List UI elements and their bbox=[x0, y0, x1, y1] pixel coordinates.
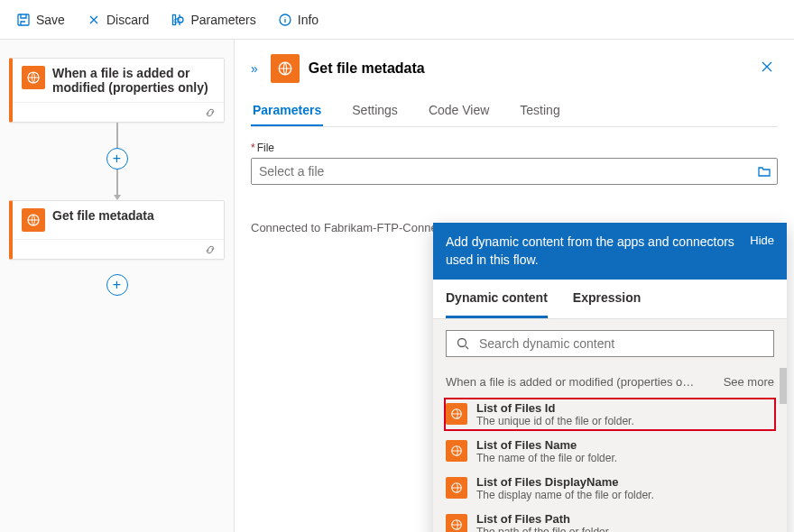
add-step-button-1[interactable]: + bbox=[106, 148, 128, 170]
parameters-label: Parameters bbox=[190, 13, 255, 27]
dyn-item-desc: The display name of the file or folder. bbox=[476, 489, 654, 501]
trigger-card[interactable]: When a file is added or modified (proper… bbox=[9, 58, 225, 123]
ftp-icon bbox=[446, 403, 467, 425]
scrollbar-thumb[interactable] bbox=[780, 368, 787, 404]
dynamic-item-list-of-files-name[interactable]: List of Files Name The name of the file … bbox=[433, 433, 787, 470]
discard-button[interactable]: Discard bbox=[78, 7, 158, 32]
discard-label: Discard bbox=[106, 13, 149, 27]
tab-settings[interactable]: Settings bbox=[350, 96, 400, 126]
link-icon bbox=[204, 106, 217, 119]
dynamic-item-list-of-files-displayname[interactable]: List of Files DisplayName The display na… bbox=[433, 470, 787, 507]
dyn-item-desc: The unique id of the file or folder. bbox=[476, 415, 634, 427]
see-more-button[interactable]: See more bbox=[724, 375, 774, 389]
ftp-icon bbox=[271, 54, 300, 83]
dynamic-section-title: When a file is added or modified (proper… bbox=[446, 375, 694, 389]
panel-title: Get file metadata bbox=[309, 60, 747, 77]
file-field-label: *File bbox=[251, 142, 778, 154]
file-input[interactable] bbox=[252, 159, 757, 184]
panel-tabs: Parameters Settings Code View Testing bbox=[251, 96, 778, 127]
tab-dynamic-content[interactable]: Dynamic content bbox=[446, 280, 548, 318]
dynamic-content-flyout: Add dynamic content from the apps and co… bbox=[433, 223, 787, 532]
tab-parameters[interactable]: Parameters bbox=[251, 96, 323, 126]
save-label: Save bbox=[36, 13, 65, 27]
add-step-button-2[interactable]: + bbox=[106, 274, 128, 296]
tab-codeview[interactable]: Code View bbox=[427, 96, 491, 126]
close-panel-button[interactable] bbox=[756, 56, 778, 82]
link-icon bbox=[204, 243, 217, 256]
workflow-canvas: When a file is added or modified (proper… bbox=[0, 40, 235, 532]
dyn-item-desc: The path of the file or folder. bbox=[476, 526, 611, 532]
svg-point-7 bbox=[458, 339, 466, 347]
dyn-item-title: List of Files Id bbox=[476, 401, 634, 415]
parameters-icon: @ bbox=[171, 13, 185, 27]
ftp-icon bbox=[446, 514, 467, 532]
svg-text:@: @ bbox=[173, 16, 180, 24]
save-button[interactable]: Save bbox=[7, 7, 74, 32]
ftp-icon bbox=[22, 208, 45, 232]
dynamic-item-list-of-files-id[interactable]: List of Files Id The unique id of the fi… bbox=[444, 398, 776, 431]
dyn-item-desc: The name of the file or folder. bbox=[476, 452, 617, 464]
dynamic-content-search-input[interactable] bbox=[479, 336, 764, 351]
trigger-title: When a file is added or modified (proper… bbox=[52, 66, 215, 95]
info-label: Info bbox=[298, 13, 319, 27]
action-title: Get file metadata bbox=[52, 208, 154, 223]
toolbar: Save Discard @ Parameters Info bbox=[0, 0, 794, 40]
detail-panel: » Get file metadata Parameters Settings … bbox=[235, 40, 794, 532]
collapse-panel-button[interactable]: » bbox=[251, 61, 258, 76]
ftp-icon bbox=[22, 66, 45, 89]
hide-dynamic-content-button[interactable]: Hide bbox=[750, 234, 774, 247]
dyn-item-title: List of Files DisplayName bbox=[476, 475, 654, 489]
info-icon bbox=[278, 13, 292, 27]
file-field[interactable] bbox=[251, 158, 778, 185]
dyn-item-title: List of Files Name bbox=[476, 438, 617, 452]
save-icon bbox=[16, 13, 31, 27]
dynamic-content-header: Add dynamic content from the apps and co… bbox=[446, 234, 741, 269]
info-button[interactable]: Info bbox=[269, 7, 328, 32]
tab-expression[interactable]: Expression bbox=[573, 280, 641, 318]
ftp-icon bbox=[446, 477, 467, 499]
discard-icon bbox=[87, 13, 101, 27]
tab-testing[interactable]: Testing bbox=[518, 96, 561, 126]
parameters-button[interactable]: @ Parameters bbox=[162, 7, 264, 32]
dynamic-item-list-of-files-path[interactable]: List of Files Path The path of the file … bbox=[433, 507, 787, 532]
dynamic-content-list[interactable]: When a file is added or modified (proper… bbox=[433, 368, 787, 532]
folder-picker-icon[interactable] bbox=[757, 164, 771, 179]
dynamic-content-search[interactable] bbox=[446, 330, 774, 357]
search-icon bbox=[456, 336, 470, 351]
dyn-item-title: List of Files Path bbox=[476, 512, 611, 526]
action-card[interactable]: Get file metadata bbox=[9, 200, 225, 260]
svg-rect-0 bbox=[18, 14, 29, 25]
ftp-icon bbox=[446, 440, 467, 462]
